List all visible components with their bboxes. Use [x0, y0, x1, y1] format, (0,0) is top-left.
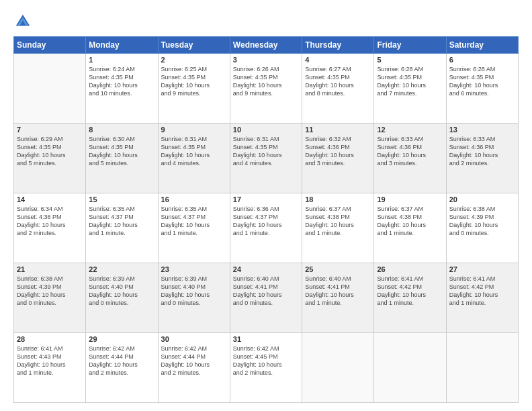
weekday-header: Monday — [86, 37, 158, 54]
day-info: Sunrise: 6:40 AM Sunset: 4:41 PM Dayligh… — [233, 275, 299, 308]
day-info: Sunrise: 6:28 AM Sunset: 4:35 PM Dayligh… — [377, 65, 443, 98]
day-info: Sunrise: 6:35 AM Sunset: 4:37 PM Dayligh… — [161, 205, 227, 238]
day-info: Sunrise: 6:40 AM Sunset: 4:41 PM Dayligh… — [305, 275, 371, 308]
calendar-day-cell — [446, 333, 518, 403]
day-info: Sunrise: 6:36 AM Sunset: 4:37 PM Dayligh… — [233, 205, 299, 238]
day-info: Sunrise: 6:31 AM Sunset: 4:35 PM Dayligh… — [233, 135, 299, 168]
day-info: Sunrise: 6:30 AM Sunset: 4:35 PM Dayligh… — [89, 135, 154, 168]
page: SundayMondayTuesdayWednesdayThursdayFrid… — [0, 0, 532, 411]
day-info: Sunrise: 6:35 AM Sunset: 4:37 PM Dayligh… — [89, 205, 154, 238]
day-number: 21 — [17, 265, 83, 273]
day-number: 1 — [89, 56, 154, 64]
calendar-day-cell: 7Sunrise: 6:29 AM Sunset: 4:35 PM Daylig… — [14, 124, 86, 193]
calendar-day-cell: 19Sunrise: 6:37 AM Sunset: 4:38 PM Dayli… — [374, 193, 446, 263]
day-number: 25 — [305, 265, 371, 273]
day-number: 11 — [305, 126, 371, 134]
calendar-day-cell — [14, 54, 86, 124]
day-number: 17 — [233, 195, 299, 203]
calendar-day-cell: 21Sunrise: 6:38 AM Sunset: 4:39 PM Dayli… — [14, 263, 86, 333]
day-number: 24 — [233, 265, 299, 273]
calendar-day-cell: 14Sunrise: 6:34 AM Sunset: 4:36 PM Dayli… — [14, 193, 86, 263]
calendar-day-cell: 24Sunrise: 6:40 AM Sunset: 4:41 PM Dayli… — [230, 263, 302, 333]
day-number: 15 — [89, 195, 154, 203]
day-info: Sunrise: 6:33 AM Sunset: 4:36 PM Dayligh… — [449, 135, 515, 168]
calendar-day-cell: 18Sunrise: 6:37 AM Sunset: 4:38 PM Dayli… — [302, 193, 374, 263]
calendar-day-cell: 4Sunrise: 6:27 AM Sunset: 4:35 PM Daylig… — [302, 54, 374, 124]
day-info: Sunrise: 6:26 AM Sunset: 4:35 PM Dayligh… — [233, 65, 299, 98]
day-number: 3 — [233, 56, 299, 64]
weekday-header: Tuesday — [158, 37, 230, 54]
calendar-day-cell: 29Sunrise: 6:42 AM Sunset: 4:44 PM Dayli… — [86, 333, 158, 403]
day-number: 7 — [17, 126, 83, 134]
logo — [13, 12, 35, 31]
day-number: 16 — [161, 195, 227, 203]
day-number: 12 — [377, 126, 443, 134]
day-number: 20 — [449, 195, 515, 203]
calendar-day-cell: 30Sunrise: 6:42 AM Sunset: 4:44 PM Dayli… — [158, 333, 230, 403]
calendar-day-cell: 27Sunrise: 6:41 AM Sunset: 4:42 PM Dayli… — [446, 263, 518, 333]
day-info: Sunrise: 6:24 AM Sunset: 4:35 PM Dayligh… — [89, 65, 154, 98]
day-number: 27 — [449, 265, 515, 273]
day-info: Sunrise: 6:42 AM Sunset: 4:44 PM Dayligh… — [89, 345, 154, 377]
day-number: 30 — [161, 335, 227, 343]
day-info: Sunrise: 6:32 AM Sunset: 4:36 PM Dayligh… — [305, 135, 371, 168]
calendar-day-cell: 23Sunrise: 6:39 AM Sunset: 4:40 PM Dayli… — [158, 263, 230, 333]
calendar-day-cell: 9Sunrise: 6:31 AM Sunset: 4:35 PM Daylig… — [158, 124, 230, 193]
calendar-day-cell: 31Sunrise: 6:42 AM Sunset: 4:45 PM Dayli… — [230, 333, 302, 403]
calendar-week-row: 14Sunrise: 6:34 AM Sunset: 4:36 PM Dayli… — [14, 193, 519, 263]
weekday-header: Friday — [374, 37, 446, 54]
calendar-day-cell: 6Sunrise: 6:28 AM Sunset: 4:35 PM Daylig… — [446, 54, 518, 124]
day-info: Sunrise: 6:39 AM Sunset: 4:40 PM Dayligh… — [89, 275, 154, 308]
calendar-day-cell: 13Sunrise: 6:33 AM Sunset: 4:36 PM Dayli… — [446, 124, 518, 193]
weekday-header: Wednesday — [230, 37, 302, 54]
calendar-day-cell: 20Sunrise: 6:38 AM Sunset: 4:39 PM Dayli… — [446, 193, 518, 263]
calendar-header-row: SundayMondayTuesdayWednesdayThursdayFrid… — [14, 37, 519, 54]
day-number: 13 — [449, 126, 515, 134]
calendar-day-cell: 15Sunrise: 6:35 AM Sunset: 4:37 PM Dayli… — [86, 193, 158, 263]
day-number: 31 — [233, 335, 299, 343]
day-info: Sunrise: 6:42 AM Sunset: 4:44 PM Dayligh… — [161, 345, 227, 377]
calendar-week-row: 7Sunrise: 6:29 AM Sunset: 4:35 PM Daylig… — [14, 124, 519, 193]
day-info: Sunrise: 6:27 AM Sunset: 4:35 PM Dayligh… — [305, 65, 371, 98]
day-info: Sunrise: 6:28 AM Sunset: 4:35 PM Dayligh… — [449, 65, 515, 98]
day-info: Sunrise: 6:31 AM Sunset: 4:35 PM Dayligh… — [161, 135, 227, 168]
day-number: 5 — [377, 56, 443, 64]
day-info: Sunrise: 6:41 AM Sunset: 4:42 PM Dayligh… — [449, 275, 515, 308]
calendar-day-cell: 10Sunrise: 6:31 AM Sunset: 4:35 PM Dayli… — [230, 124, 302, 193]
day-number: 18 — [305, 195, 371, 203]
calendar-day-cell: 28Sunrise: 6:41 AM Sunset: 4:43 PM Dayli… — [14, 333, 86, 403]
day-info: Sunrise: 6:38 AM Sunset: 4:39 PM Dayligh… — [449, 205, 515, 238]
calendar-week-row: 1Sunrise: 6:24 AM Sunset: 4:35 PM Daylig… — [14, 54, 519, 124]
calendar-day-cell: 8Sunrise: 6:30 AM Sunset: 4:35 PM Daylig… — [86, 124, 158, 193]
logo-icon — [13, 12, 32, 31]
day-info: Sunrise: 6:29 AM Sunset: 4:35 PM Dayligh… — [17, 135, 83, 168]
calendar-day-cell — [374, 333, 446, 403]
calendar-day-cell: 11Sunrise: 6:32 AM Sunset: 4:36 PM Dayli… — [302, 124, 374, 193]
calendar-day-cell: 16Sunrise: 6:35 AM Sunset: 4:37 PM Dayli… — [158, 193, 230, 263]
weekday-header: Saturday — [446, 37, 518, 54]
day-number: 6 — [449, 56, 515, 64]
day-info: Sunrise: 6:38 AM Sunset: 4:39 PM Dayligh… — [17, 275, 83, 308]
calendar-day-cell: 3Sunrise: 6:26 AM Sunset: 4:35 PM Daylig… — [230, 54, 302, 124]
day-info: Sunrise: 6:34 AM Sunset: 4:36 PM Dayligh… — [17, 205, 83, 238]
calendar-table: SundayMondayTuesdayWednesdayThursdayFrid… — [13, 36, 519, 403]
weekday-header: Sunday — [14, 37, 86, 54]
day-number: 29 — [89, 335, 154, 343]
day-number: 2 — [161, 56, 227, 64]
day-number: 22 — [89, 265, 154, 273]
day-info: Sunrise: 6:41 AM Sunset: 4:43 PM Dayligh… — [17, 345, 83, 377]
day-info: Sunrise: 6:42 AM Sunset: 4:45 PM Dayligh… — [233, 345, 299, 377]
calendar-day-cell: 2Sunrise: 6:25 AM Sunset: 4:35 PM Daylig… — [158, 54, 230, 124]
day-number: 9 — [161, 126, 227, 134]
weekday-header: Thursday — [302, 37, 374, 54]
day-number: 10 — [233, 126, 299, 134]
day-number: 19 — [377, 195, 443, 203]
day-info: Sunrise: 6:41 AM Sunset: 4:42 PM Dayligh… — [377, 275, 443, 308]
day-number: 26 — [377, 265, 443, 273]
day-info: Sunrise: 6:37 AM Sunset: 4:38 PM Dayligh… — [377, 205, 443, 238]
calendar-day-cell: 1Sunrise: 6:24 AM Sunset: 4:35 PM Daylig… — [86, 54, 158, 124]
day-info: Sunrise: 6:37 AM Sunset: 4:38 PM Dayligh… — [305, 205, 371, 238]
day-number: 14 — [17, 195, 83, 203]
calendar-day-cell — [302, 333, 374, 403]
day-info: Sunrise: 6:39 AM Sunset: 4:40 PM Dayligh… — [161, 275, 227, 308]
